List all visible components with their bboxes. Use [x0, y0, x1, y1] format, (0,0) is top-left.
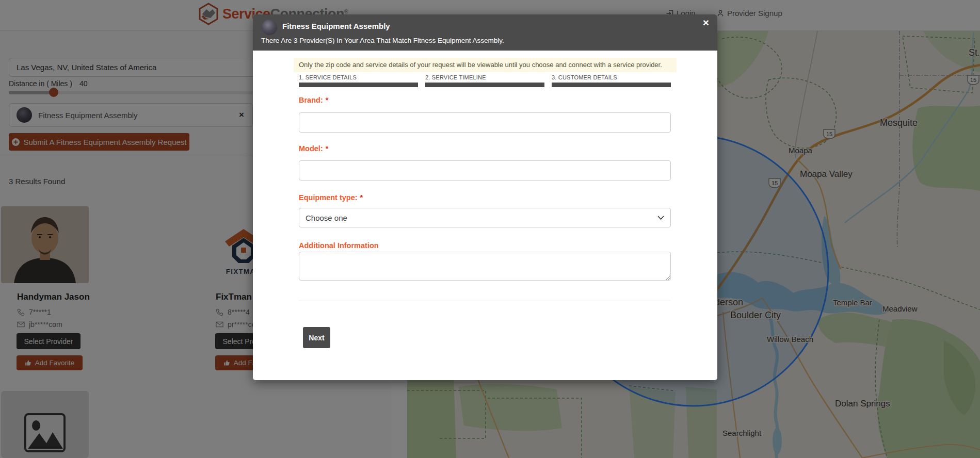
- next-button[interactable]: Next: [303, 327, 330, 348]
- tab-label: 2. SERVICE TIMELINE: [425, 74, 544, 80]
- chevron-down-icon: [657, 216, 664, 220]
- equipment-type-value: Choose one: [306, 214, 347, 222]
- equipment-type-label: Equipment type:*: [299, 193, 363, 202]
- tab-service-timeline[interactable]: 2. SERVICE TIMELINE: [425, 74, 544, 87]
- tab-progress-bar: [299, 83, 418, 87]
- privacy-notice: Only the zip code and service details of…: [294, 58, 677, 72]
- page: ServiceConnection® Login Provider Signup…: [0, 0, 980, 458]
- modal-subtitle: There Are 3 Provider(S) In Your Area Tha…: [261, 37, 504, 44]
- model-label: Model:*: [299, 144, 328, 153]
- required-asterisk: *: [360, 193, 363, 202]
- equipment-type-select[interactable]: Choose one: [299, 208, 671, 227]
- wizard-steps: 1. SERVICE DETAILS 2. SERVICE TIMELINE 3…: [299, 74, 671, 87]
- modal-service-avatar: [262, 20, 277, 35]
- modal-header: Fitness Equipment Assembly There Are 3 P…: [253, 14, 717, 51]
- tab-service-details[interactable]: 1. SERVICE DETAILS: [299, 74, 418, 87]
- tab-progress-bar: [425, 83, 544, 87]
- modal-close-icon[interactable]: ×: [703, 17, 709, 28]
- brand-input[interactable]: [299, 112, 671, 133]
- brand-label: Brand:*: [299, 96, 328, 104]
- model-input[interactable]: [299, 160, 671, 181]
- additional-information-label: Additional Information: [299, 241, 379, 250]
- tab-progress-bar: [552, 83, 671, 87]
- tab-customer-details[interactable]: 3. CUSTOMER DETAILS: [552, 74, 671, 87]
- required-asterisk: *: [326, 96, 329, 104]
- tab-label: 1. SERVICE DETAILS: [299, 74, 418, 80]
- service-request-modal: Fitness Equipment Assembly There Are 3 P…: [253, 14, 717, 380]
- required-asterisk: *: [326, 144, 329, 153]
- modal-title: Fitness Equipment Assembly: [282, 22, 390, 30]
- additional-information-textarea[interactable]: [299, 252, 671, 281]
- modal-divider: [299, 301, 671, 301]
- tab-label: 3. CUSTOMER DETAILS: [552, 74, 671, 80]
